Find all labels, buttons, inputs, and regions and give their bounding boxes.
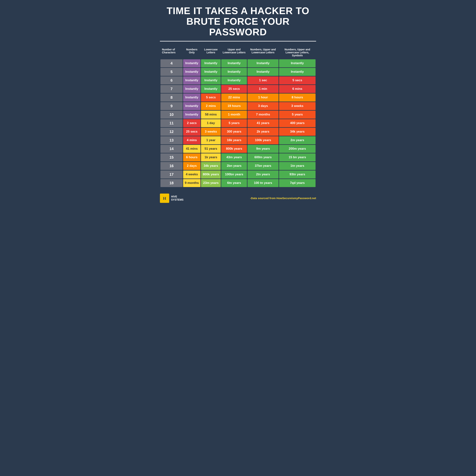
time-cell: 3 weeks — [201, 128, 221, 136]
time-cell: Instantly — [201, 68, 221, 76]
time-cell: Instantly — [183, 76, 201, 85]
time-cell: 25 secs — [221, 85, 247, 93]
title-line2: BRUTE FORCE YOUR PASSWORD — [186, 16, 289, 37]
time-cell: Instantly — [221, 76, 247, 85]
char-count-cell: 11 — [160, 119, 183, 127]
time-cell: 9m years — [247, 145, 279, 153]
header-lowercase: Lowercase Letters — [201, 46, 221, 59]
time-cell: Instantly — [247, 59, 279, 67]
table-row: 6InstantlyInstantlyInstantly1 sec5 secs — [160, 76, 316, 85]
time-cell: 400 years — [279, 119, 316, 127]
header-upper-lower: Upper and Lowercase Letters — [221, 46, 247, 59]
char-count-cell: 7 — [160, 85, 183, 93]
char-count-cell: 6 — [160, 76, 183, 85]
char-count-cell: 15 — [160, 153, 183, 161]
char-count-cell: 10 — [160, 111, 183, 119]
time-cell: 93tn years — [279, 170, 316, 178]
time-cell: 800k years — [201, 170, 221, 178]
time-cell: Instantly — [183, 94, 201, 102]
table-row: 174 weeks800k years100bn years2tn years9… — [160, 170, 316, 178]
time-cell: Instantly — [201, 59, 221, 67]
time-cell: 41 years — [247, 119, 279, 127]
header-numbers-only: Numbers Only — [183, 46, 201, 59]
header-numbers-upper-lower-symbols: Numbers, Upper and Lowercase Letters, Sy… — [279, 46, 316, 59]
char-count-cell: 16 — [160, 162, 183, 170]
char-count-cell: 5 — [160, 68, 183, 76]
time-cell: Instantly — [183, 59, 201, 67]
time-cell: 5 secs — [201, 94, 221, 102]
time-cell: Instantly — [201, 85, 221, 93]
time-cell: 58 mins — [201, 111, 221, 119]
time-cell: 7qd years — [279, 179, 316, 187]
time-cell: 19 hours — [221, 102, 247, 110]
time-cell: Instantly — [183, 102, 201, 110]
time-cell: 8 hours — [279, 94, 316, 102]
footer: H HIVE SYSTEMS -Data sourced from HowSec… — [160, 192, 316, 203]
time-cell: Instantly — [183, 111, 201, 119]
time-cell: 1 sec — [247, 76, 279, 85]
char-count-cell: 4 — [160, 59, 183, 67]
time-cell: 41 mins — [183, 145, 201, 153]
time-cell: 5 secs — [279, 76, 316, 85]
table-row: 1225 secs3 weeks300 years2k years34k yea… — [160, 128, 316, 136]
time-cell: 6 hours — [183, 153, 201, 161]
char-count-cell: 8 — [160, 94, 183, 102]
time-cell: 2tn years — [247, 170, 279, 178]
char-count-cell: 13 — [160, 136, 183, 144]
time-cell: 600m years — [247, 153, 279, 161]
logo-text: HIVE SYSTEMS — [171, 195, 184, 201]
time-cell: Instantly — [279, 68, 316, 76]
title-line1: TIME IT TAKES A HACKER TO — [167, 5, 309, 16]
time-cell: 25 secs — [183, 128, 201, 136]
time-cell: 4 weeks — [183, 170, 201, 178]
time-cell: 200m years — [279, 145, 316, 153]
table-row: 7InstantlyInstantly25 secs1 min6 mins — [160, 85, 316, 93]
table-row: 112 secs1 day5 years41 years400 years — [160, 119, 316, 127]
logo-container: H HIVE SYSTEMS — [160, 194, 184, 203]
time-cell: Instantly — [183, 85, 201, 93]
char-count-cell: 14 — [160, 145, 183, 153]
main-title: TIME IT TAKES A HACKER TO BRUTE FORCE YO… — [160, 6, 316, 37]
time-cell: 6tn years — [221, 179, 247, 187]
hive-logo-icon: H — [160, 194, 169, 203]
time-cell: 1 min — [247, 85, 279, 93]
time-cell: 3 days — [247, 102, 279, 110]
time-cell: 5 years — [221, 119, 247, 127]
time-cell: 1k years — [201, 153, 221, 161]
time-cell: 800k years — [221, 145, 247, 153]
time-cell: 300 years — [221, 128, 247, 136]
password-table: Number of Characters Numbers Only Lowerc… — [160, 46, 316, 187]
time-cell: Instantly — [247, 68, 279, 76]
source-citation: -Data sourced from HowSecureismyPassword… — [250, 197, 316, 200]
time-cell: 1tn years — [279, 162, 316, 170]
time-cell: 100bn years — [221, 170, 247, 178]
title-block: TIME IT TAKES A HACKER TO BRUTE FORCE YO… — [160, 6, 316, 41]
time-cell: 51 years — [201, 145, 221, 153]
time-cell: Instantly — [221, 59, 247, 67]
time-cell: 34k years — [279, 128, 316, 136]
time-cell: 5 years — [279, 111, 316, 119]
time-cell: Instantly — [221, 68, 247, 76]
time-cell: 43m years — [221, 153, 247, 161]
time-cell: 1 year — [201, 136, 221, 144]
time-cell: 3 weeks — [279, 102, 316, 110]
time-cell: 2m years — [279, 136, 316, 144]
table-header-row: Number of Characters Numbers Only Lowerc… — [160, 46, 316, 59]
header-characters: Number of Characters — [160, 46, 183, 59]
time-cell: Instantly — [183, 68, 201, 76]
table-row: 189 months23m years6tn years100 tn years… — [160, 179, 316, 187]
table-row: 4InstantlyInstantlyInstantlyInstantlyIns… — [160, 59, 316, 67]
time-cell: 37bn years — [247, 162, 279, 170]
time-cell: 4 mins — [183, 136, 201, 144]
char-count-cell: 17 — [160, 170, 183, 178]
time-cell: 23m years — [201, 179, 221, 187]
char-count-cell: 9 — [160, 102, 183, 110]
time-cell: 2 secs — [183, 119, 201, 127]
time-cell: 2bn years — [221, 162, 247, 170]
time-cell: 1 month — [221, 111, 247, 119]
table-row: 9Instantly2 mins19 hours3 days3 weeks — [160, 102, 316, 110]
time-cell: 22 mins — [221, 94, 247, 102]
time-cell: 15 bn years — [279, 153, 316, 161]
time-cell: 9 months — [183, 179, 201, 187]
time-cell: 34k years — [201, 162, 221, 170]
